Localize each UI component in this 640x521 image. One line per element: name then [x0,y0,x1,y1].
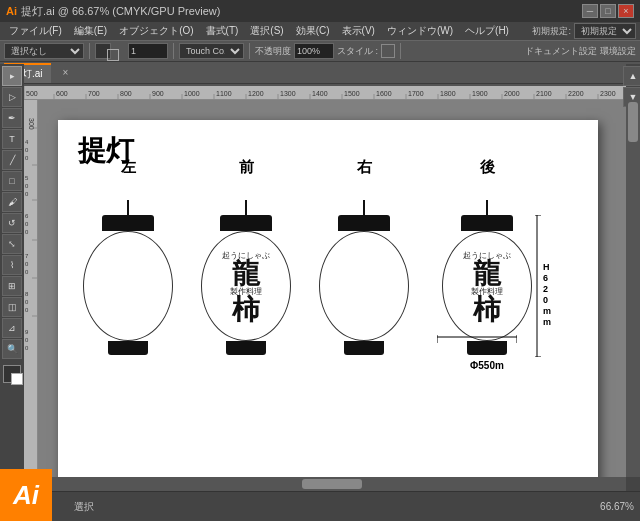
svg-text:2200: 2200 [568,90,584,97]
pen-tool[interactable]: ✒ [2,108,22,128]
svg-text:1200: 1200 [248,90,264,97]
separator-2 [173,43,174,59]
lantern-left [73,200,183,355]
separator-1 [89,43,90,59]
close-button[interactable]: × [618,4,634,18]
right-btn-1[interactable]: ▲ [623,66,640,86]
svg-text:1100: 1100 [216,90,232,97]
lantern-left-hook [127,200,129,215]
svg-text:1400: 1400 [312,90,328,97]
svg-text:0: 0 [543,295,548,305]
style-label: スタイル : [337,45,378,58]
lantern-right-top [338,215,390,231]
phi-dimension-bracket [437,333,517,351]
gradient-tool[interactable]: ◫ [2,297,22,317]
canvas-area: 提灯 左 前 右 後 起 [38,100,626,491]
svg-text:900: 900 [152,90,164,97]
stroke-weight-input[interactable] [128,43,168,59]
lantern-back-text-kanji1: 龍 [473,261,501,286]
separator-4 [400,43,401,59]
lantern-front-top [220,215,272,231]
line-tool[interactable]: ╱ [2,150,22,170]
menu-select[interactable]: 選択(S) [245,22,288,40]
label-left: 左 [73,158,183,177]
svg-text:1700: 1700 [408,90,424,97]
scrollbar-horizontal[interactable] [38,477,626,491]
menu-edit[interactable]: 編集(E) [69,22,112,40]
ai-logo: Ai [0,469,52,521]
lanterns-container: 左 前 右 後 起うにしゃぶ 龍 製作料理 [73,200,547,371]
svg-text:m: m [543,317,551,327]
rotate-tool[interactable]: ↺ [2,213,22,233]
style-box[interactable] [381,44,395,58]
label-right: 右 [309,158,419,177]
maximize-button[interactable]: □ [600,4,616,18]
rect-tool[interactable]: □ [2,171,22,191]
ruler-vertical: 300 4 0 0 5 0 0 6 0 0 7 0 0 8 0 0 9 0 0 [24,100,38,491]
type-tool[interactable]: T [2,129,22,149]
svg-text:600: 600 [56,90,68,97]
lantern-right-hook [363,200,365,215]
paintbrush-tool[interactable]: 🖌 [2,192,22,212]
svg-text:2300: 2300 [600,90,616,97]
menu-window[interactable]: ウィンドウ(W) [382,22,458,40]
app-icon-small: Ai [6,5,17,17]
initial-label: 初期規定: [532,25,571,38]
h-dimension-bracket: H 6 2 0 m m [535,215,555,357]
menu-view[interactable]: 表示(V) [337,22,380,40]
opacity-input[interactable] [294,43,334,59]
lantern-back: 起うにしゃぶ 龍 製作料理 柿 Φ550m H 6 [427,200,547,371]
fill-color[interactable] [3,365,21,383]
svg-text:6: 6 [543,273,548,283]
env-settings-label[interactable]: 環境設定 [600,45,636,58]
scrollbar-v-thumb[interactable] [628,102,638,142]
lantern-right [309,200,419,355]
menu-file[interactable]: ファイル(F) [4,22,67,40]
menu-bar: ファイル(F) 編集(E) オブジェクト(O) 書式(T) 選択(S) 効果(C… [0,22,640,40]
svg-text:700: 700 [88,90,100,97]
svg-text:1900: 1900 [472,90,488,97]
title-bar-controls[interactable]: ─ □ × [582,4,634,18]
lantern-front-text-kanji1: 龍 [232,261,260,286]
doc-settings-label[interactable]: ドキュメント設定 [525,45,597,58]
svg-text:1300: 1300 [280,90,296,97]
graph-tool[interactable]: ⊞ [2,276,22,296]
svg-text:500: 500 [26,90,38,97]
svg-text:2000: 2000 [504,90,520,97]
label-front: 前 [191,158,301,177]
left-toolbar: ▸ ▷ ✒ T ╱ □ 🖌 ↺ ⤡ ⌇ ⊞ ◫ ⊿ 🔍 [0,64,24,491]
eyedropper-tool[interactable]: ⊿ [2,318,22,338]
direct-select-tool[interactable]: ▷ [2,87,22,107]
separator-3 [249,43,250,59]
scrollbar-vertical[interactable] [626,100,640,477]
stroke-box[interactable] [107,49,119,61]
touch-dropdown[interactable]: Touch Co... [179,43,244,59]
svg-text:1500: 1500 [344,90,360,97]
menu-help[interactable]: ヘルプ(H) [460,22,514,40]
svg-text:2: 2 [543,284,548,294]
lantern-labels-row: 左 前 右 後 [73,158,547,177]
inactive-tab[interactable]: × [55,65,77,80]
lantern-front: 起うにしゃぶ 龍 製作料理 柿 [191,200,301,355]
scale-tool[interactable]: ⤡ [2,234,22,254]
svg-text:800: 800 [120,90,132,97]
selection-dropdown[interactable]: 選択なし [4,43,84,59]
artboard: 提灯 左 前 右 後 起 [58,120,598,491]
menu-object[interactable]: オブジェクト(O) [114,22,198,40]
minimize-button[interactable]: ─ [582,4,598,18]
tab-bar: 提灯.ai × [0,62,640,84]
lantern-right-bottom [344,341,384,355]
lantern-back-body: 起うにしゃぶ 龍 製作料理 柿 [442,231,532,341]
initial-select[interactable]: 初期規定 [574,23,636,39]
menu-effect[interactable]: 効果(C) [291,22,335,40]
select-tool[interactable]: ▸ [2,66,22,86]
label-back: 後 [427,158,547,177]
lantern-front-bottom [226,341,266,355]
svg-text:H: H [543,262,550,272]
phi-dimension-label: Φ550m [470,360,504,371]
menu-format[interactable]: 書式(T) [201,22,244,40]
zoom-tool[interactable]: 🔍 [2,339,22,359]
scrollbar-h-thumb[interactable] [302,479,362,489]
warp-tool[interactable]: ⌇ [2,255,22,275]
lantern-back-top [461,215,513,231]
